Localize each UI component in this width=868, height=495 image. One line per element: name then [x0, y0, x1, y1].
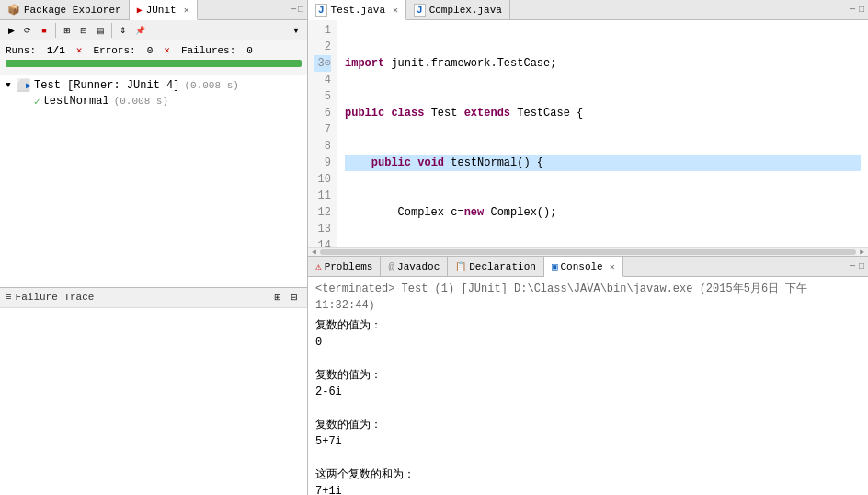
editor-scrollbar[interactable]: ◀ ▶	[308, 247, 868, 256]
line-num-14: 14	[314, 237, 331, 247]
line-num-6: 6	[314, 105, 331, 121]
layout-button[interactable]: ▤	[93, 23, 108, 38]
bottom-minimize-btn[interactable]: ─	[850, 261, 855, 271]
runs-label: Runs:	[6, 45, 36, 56]
code-line-1: import junit.framework.TestCase;	[345, 55, 861, 72]
junit-stats: Runs: 1/1 ✕ Errors: 0 ✕ Failures: 0	[0, 40, 307, 75]
test-java-close[interactable]: ✕	[393, 5, 398, 16]
console-output-lines: 复数的值为： 0 复数的值为： 2-6i 复数的值为： 5+7i 这两个复数的和…	[315, 317, 861, 495]
junit-toolbar: ▶ ⟳ ■ ⊞ ⊟ ▤ ⇕ 📌	[4, 23, 147, 38]
scroll-left-arrow[interactable]: ◀	[312, 248, 316, 256]
tab-problems[interactable]: ⚠ Problems	[308, 257, 381, 276]
line-num-1: 1	[314, 22, 331, 39]
complex-java-icon: J	[414, 4, 426, 17]
junit-stats-row: Runs: 1/1 ✕ Errors: 0 ✕ Failures: 0	[6, 44, 302, 56]
suite-time: (0.008 s)	[184, 80, 238, 91]
javadoc-label: Javadoc	[397, 261, 440, 272]
tab-complex-java[interactable]: J Complex.java	[406, 0, 510, 19]
failure-trace-panel: ≡ Failure Trace ⊞ ⊟	[0, 287, 307, 496]
line-numbers: 1 2 3⊙ 4 5 6 7 8 9 10 11 12 13 14 15	[308, 20, 337, 247]
bottom-maximize-btn[interactable]: □	[859, 261, 864, 271]
scroll-right-arrow[interactable]: ▶	[860, 248, 864, 256]
console-line-2: 0	[315, 334, 861, 351]
test-suite-item[interactable]: ▼ ⬜ ▶ Test [Runner: JUnit 4] (0.008 s)	[2, 77, 305, 94]
console-label: Console	[561, 261, 603, 272]
line-num-5: 5	[314, 88, 331, 105]
scroll-thumb[interactable]	[320, 249, 856, 255]
console-line-9	[315, 450, 861, 466]
package-explorer-label: Package Explorer	[24, 5, 121, 16]
failure-trace-filter-btn[interactable]: ⊟	[287, 290, 302, 305]
tab-declaration[interactable]: 📋 Declaration	[448, 257, 544, 276]
junit-tab-close[interactable]: ✕	[184, 5, 189, 16]
code-content[interactable]: import junit.framework.TestCase; public …	[337, 20, 868, 247]
filter-button[interactable]: ⊟	[76, 23, 91, 38]
test-java-label: Test.java	[331, 5, 385, 16]
code-editor[interactable]: 1 2 3⊙ 4 5 6 7 8 9 10 11 12 13 14 15	[308, 20, 868, 247]
tab-package-explorer[interactable]: 📦 Package Explorer	[0, 0, 130, 19]
tab-javadoc[interactable]: @ Javadoc	[381, 257, 448, 276]
failure-trace-content	[0, 308, 307, 496]
console-line-10: 这两个复数的和为：	[315, 466, 861, 483]
code-line-3: public void testNormal() {	[345, 155, 861, 171]
editor-area: 1 2 3⊙ 4 5 6 7 8 9 10 11 12 13 14 15	[308, 20, 868, 256]
pin-button[interactable]: 📌	[132, 23, 147, 38]
history-button[interactable]: ⊞	[60, 23, 74, 38]
method-icon: ✓	[34, 96, 40, 108]
scroll-lock-button[interactable]: ⇕	[116, 23, 131, 38]
console-line-8: 5+7i	[315, 433, 861, 450]
javadoc-icon: @	[388, 261, 394, 272]
declaration-label: Declaration	[469, 261, 536, 272]
test-java-icon: J	[315, 4, 327, 17]
console-line-7: 复数的值为：	[315, 417, 861, 433]
console-tab-close[interactable]: ✕	[610, 261, 615, 272]
problems-icon: ⚠	[315, 260, 322, 272]
failure-trace-layout-btn[interactable]: ⊞	[270, 290, 285, 305]
line-num-7: 7	[314, 121, 331, 138]
test-method-container: ✓ testNormal (0.008 s)	[20, 94, 305, 109]
method-label: testNormal	[43, 95, 109, 108]
left-panel: 📦 Package Explorer ▶ JUnit ✕ ─ □ ▶ ⟳ ■	[0, 0, 308, 495]
right-panel: J Test.java ✕ J Complex.java ─ □ 1 2 3⊙ …	[308, 0, 868, 495]
failures-icon: ✕	[164, 44, 170, 56]
test-method-item[interactable]: ✓ testNormal (0.008 s)	[20, 94, 305, 109]
errors-value: 0	[147, 45, 154, 56]
console-terminated-line: <terminated> Test (1) [JUnit] D:\Class\J…	[315, 281, 861, 314]
line-num-9: 9	[314, 155, 331, 171]
junit-progress-bar	[6, 60, 302, 67]
junit-icon: ▶	[137, 5, 143, 16]
failure-trace-header: ≡ Failure Trace ⊞ ⊟	[0, 288, 307, 308]
failures-value: 0	[246, 45, 253, 56]
code-line-4: Complex c=new Complex();	[345, 204, 861, 221]
console-output-area: <terminated> Test (1) [JUnit] D:\Class\J…	[308, 277, 868, 495]
package-explorer-icon: 📦	[7, 4, 20, 16]
tab-console[interactable]: ▣ Console ✕	[544, 257, 623, 277]
failure-trace-label: Failure Trace	[16, 292, 95, 303]
editor-minimize-btn[interactable]: ─	[850, 5, 855, 15]
line-num-3: 3⊙	[314, 55, 331, 72]
line-num-4: 4	[314, 72, 331, 88]
tab-test-java[interactable]: J Test.java ✕	[308, 0, 406, 20]
declaration-icon: 📋	[455, 261, 466, 272]
console-line-4: 复数的值为：	[315, 367, 861, 384]
main-layout: 📦 Package Explorer ▶ JUnit ✕ ─ □ ▶ ⟳ ■	[0, 0, 868, 495]
failure-trace-menu-icon: ≡	[6, 292, 12, 303]
editor-maximize-btn[interactable]: □	[859, 5, 864, 15]
console-line-11: 7+1i	[315, 483, 861, 495]
stop-button[interactable]: ■	[37, 23, 51, 38]
view-menu-button[interactable]: ▼	[289, 23, 303, 38]
line-num-10: 10	[314, 171, 331, 188]
console-line-3	[315, 351, 861, 367]
minimize-btn[interactable]: ─	[291, 5, 296, 15]
failure-trace-label-container: ≡ Failure Trace	[6, 292, 94, 303]
console-line-1: 复数的值为：	[315, 317, 861, 334]
junit-tree: ▼ ⬜ ▶ Test [Runner: JUnit 4] (0.008 s) ✓…	[0, 75, 307, 287]
rerun-failed-button[interactable]: ⟳	[20, 23, 35, 38]
line-num-13: 13	[314, 221, 331, 237]
tab-junit[interactable]: ▶ JUnit ✕	[130, 0, 198, 20]
maximize-btn[interactable]: □	[298, 5, 303, 15]
bottom-tabs: ⚠ Problems @ Javadoc 📋 Declaration ▣ Con…	[308, 257, 868, 277]
line-num-12: 12	[314, 204, 331, 221]
suite-label: Test [Runner: JUnit 4]	[34, 79, 179, 92]
rerun-button[interactable]: ▶	[4, 23, 18, 38]
